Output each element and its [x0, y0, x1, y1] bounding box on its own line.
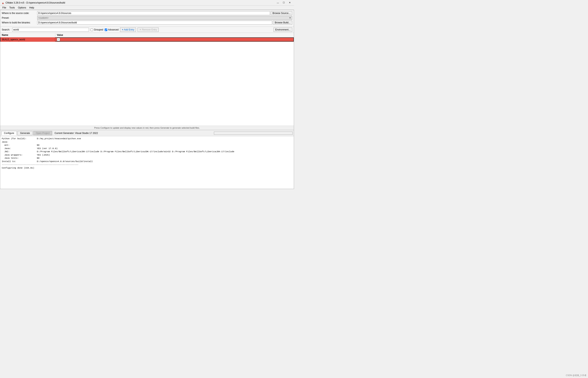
- menu-help[interactable]: Help: [28, 6, 36, 9]
- form-area: Where is the source code: Browse Source.…: [0, 10, 294, 27]
- bottom-section: Configure Generate Open Project Current …: [0, 130, 294, 189]
- binaries-label: Where to build the binaries:: [2, 21, 37, 24]
- status-bar: Press Configure to update and display ne…: [0, 126, 294, 130]
- col-value-header: Value: [55, 33, 294, 37]
- grouped-label[interactable]: Grouped: [94, 28, 103, 31]
- log-line: ant: NO: [2, 144, 292, 147]
- menu-tools[interactable]: Tools: [8, 6, 16, 9]
- table-header: Name Value: [0, 33, 294, 37]
- source-row: Where is the source code: Browse Source.…: [2, 11, 292, 15]
- search-label: Search:: [2, 28, 10, 31]
- log-line: Java wrappers: YES (JAVA): [2, 153, 292, 157]
- add-entry-label: Add Entry: [124, 28, 134, 31]
- log-line: Python (for build): D:/my_project/Anacon…: [2, 137, 292, 140]
- maximize-button[interactable]: ☐: [281, 1, 287, 5]
- menu-file[interactable]: File: [1, 6, 8, 9]
- entry-name: BUILD_opencv_world: [2, 38, 25, 41]
- cell-name: BUILD_opencv_world: [0, 37, 55, 41]
- binaries-input[interactable]: [37, 21, 272, 25]
- value-checkbox[interactable]: ✓: [57, 38, 60, 41]
- generator-label: Current Generator: Visual Studio 17 2022: [55, 132, 98, 135]
- minimize-button[interactable]: —: [275, 1, 281, 5]
- environment-label: Environment...: [275, 28, 291, 31]
- preset-value: <custom>: [38, 16, 49, 19]
- log-line: Java:: [2, 140, 292, 144]
- configure-button[interactable]: Configure: [1, 131, 17, 135]
- status-text: Press Configure to update and display ne…: [94, 127, 200, 129]
- advanced-checkbox-group: Advanced: [105, 28, 118, 31]
- grouped-checkbox-group: Grouped: [91, 28, 103, 31]
- log-line: Install to: D:/opencv/opencv4.8.0/source…: [2, 160, 292, 163]
- progress-bar: [214, 132, 293, 135]
- generate-button[interactable]: Generate: [17, 131, 32, 135]
- open-project-button[interactable]: Open Project: [33, 131, 52, 135]
- table-row[interactable]: BUILD_opencv_world ✓: [0, 37, 294, 42]
- log-line: Configuring done (334.9s): [2, 166, 292, 170]
- browse-build-button[interactable]: Browse Build...: [273, 21, 292, 25]
- plus-icon: +: [122, 28, 123, 31]
- source-input[interactable]: [37, 11, 270, 15]
- table-area: Name Value BUILD_opencv_world ✓: [0, 33, 294, 126]
- search-row: Search: Grouped Advanced + Add Entry ✕ R…: [0, 27, 294, 33]
- log-line: Java tests: NO: [2, 157, 292, 160]
- add-entry-button[interactable]: + Add Entry: [120, 27, 136, 32]
- remove-icon: ✕: [139, 28, 141, 31]
- title-bar-text: CMake 3.28.0-rc5 - D:/opencv/opencv4.8.0…: [5, 1, 275, 4]
- source-label: Where is the source code:: [2, 12, 37, 14]
- browse-source-button[interactable]: Browse Source...: [271, 11, 292, 15]
- log-line: Java: YES (ver 17.0.8): [2, 147, 292, 150]
- preset-label: Preset:: [2, 16, 37, 19]
- preset-row: Preset: <custom> ▼: [2, 16, 292, 20]
- remove-entry-button[interactable]: ✕ Remove Entry: [138, 27, 159, 32]
- col-name-header: Name: [0, 33, 55, 37]
- remove-entry-label: Remove Entry: [142, 28, 157, 31]
- grouped-checkbox[interactable]: [91, 28, 93, 31]
- window-controls: — ☐ ✕: [275, 1, 293, 5]
- bottom-toolbar: Configure Generate Open Project Current …: [0, 130, 294, 136]
- title-bar: ▲ CMake 3.28.0-rc5 - D:/opencv/opencv4.8…: [0, 0, 294, 5]
- search-input[interactable]: [12, 28, 89, 32]
- preset-combo[interactable]: <custom> ▼: [37, 16, 292, 20]
- cell-value: ✓: [55, 37, 294, 41]
- app-window: Where is the source code: Browse Source.…: [0, 10, 294, 189]
- menu-options[interactable]: Options: [16, 6, 28, 9]
- app-icon: ▲: [1, 1, 4, 4]
- menu-bar: File Tools Options Help: [0, 5, 294, 10]
- environment-button[interactable]: Environment...: [274, 27, 292, 32]
- bottom-log: Python (for build): D:/my_project/Anacon…: [0, 136, 294, 189]
- log-line: ----------------------------------------…: [2, 163, 292, 166]
- preset-arrow: ▼: [289, 16, 291, 19]
- advanced-checkbox[interactable]: [105, 28, 107, 31]
- binaries-row: Where to build the binaries: Browse Buil…: [2, 21, 292, 25]
- close-button[interactable]: ✕: [287, 1, 293, 5]
- advanced-label[interactable]: Advanced: [108, 28, 118, 31]
- log-line: JNI: D:/Program Files/BellSoft/LibericaJ…: [2, 150, 292, 153]
